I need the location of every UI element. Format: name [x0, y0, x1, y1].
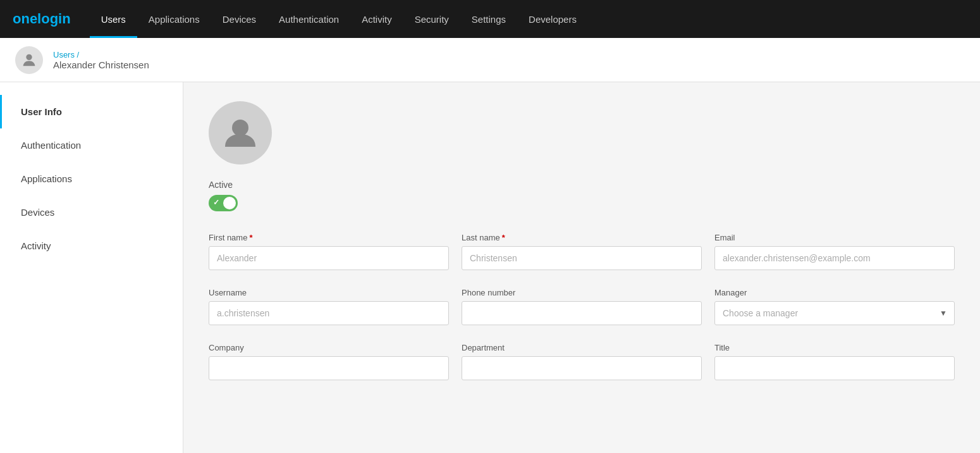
user-avatar-small: [15, 46, 43, 74]
active-toggle[interactable]: ✓: [209, 195, 238, 211]
department-group: Department: [462, 343, 702, 380]
username-group: Username: [209, 288, 449, 325]
breadcrumb-current-user: Alexander Christensen: [53, 59, 149, 70]
content-area: Active ✓ First name* Last name*: [183, 82, 980, 453]
breadcrumb: Users / Alexander Christensen: [53, 50, 149, 70]
last-name-group: Last name*: [462, 233, 702, 270]
top-navigation: onelogin Users Applications Devices Auth…: [0, 0, 980, 38]
form-row-2: Username Phone number Manager Choose a m…: [209, 288, 955, 325]
sidebar: User Info Authentication Applications De…: [0, 82, 183, 453]
email-group: Email: [714, 233, 955, 270]
phone-group: Phone number: [462, 288, 702, 325]
company-group: Company: [209, 343, 449, 380]
company-input[interactable]: [209, 356, 449, 380]
form-row-3: Company Department Title: [209, 343, 955, 380]
sidebar-item-devices[interactable]: Devices: [0, 195, 183, 229]
first-name-group: First name*: [209, 233, 449, 270]
nav-item-authentication[interactable]: Authentication: [267, 0, 350, 38]
manager-label: Manager: [714, 288, 955, 297]
nav-item-users[interactable]: Users: [90, 0, 137, 38]
title-label: Title: [714, 343, 955, 352]
nav-item-applications[interactable]: Applications: [137, 0, 211, 38]
svg-point-1: [232, 120, 248, 136]
email-input[interactable]: [714, 246, 955, 270]
first-name-input[interactable]: [209, 246, 449, 270]
phone-input[interactable]: [462, 301, 702, 325]
manager-select[interactable]: Choose a manager: [714, 301, 955, 325]
last-name-required: *: [502, 233, 505, 242]
active-toggle-section: Active ✓: [209, 180, 955, 214]
sidebar-item-authentication[interactable]: Authentication: [0, 128, 183, 162]
svg-point-0: [26, 54, 32, 59]
email-label: Email: [714, 233, 955, 242]
main-layout: User Info Authentication Applications De…: [0, 82, 980, 453]
nav-item-developers[interactable]: Developers: [517, 0, 588, 38]
nav-item-devices[interactable]: Devices: [211, 0, 267, 38]
page-header: Users / Alexander Christensen: [0, 38, 980, 82]
nav-item-settings[interactable]: Settings: [460, 0, 517, 38]
manager-select-wrapper: Choose a manager ▼: [714, 301, 955, 325]
user-avatar-large: [209, 101, 272, 164]
sidebar-item-activity[interactable]: Activity: [0, 229, 183, 263]
last-name-label: Last name*: [462, 233, 702, 242]
phone-label: Phone number: [462, 288, 702, 297]
nav-item-security[interactable]: Security: [403, 0, 460, 38]
company-label: Company: [209, 343, 449, 352]
first-name-required: *: [249, 233, 252, 242]
logo[interactable]: onelogin: [13, 11, 71, 27]
username-label: Username: [209, 288, 449, 297]
title-group: Title: [714, 343, 955, 380]
last-name-input[interactable]: [462, 246, 702, 270]
username-input[interactable]: [209, 301, 449, 325]
nav-items: Users Applications Devices Authenticatio…: [90, 0, 588, 38]
sidebar-item-applications[interactable]: Applications: [0, 162, 183, 195]
form-row-1: First name* Last name* Email: [209, 233, 955, 270]
logo-text: onelogin: [13, 11, 71, 27]
department-label: Department: [462, 343, 702, 352]
active-field-label: Active: [209, 180, 955, 190]
sidebar-item-user-info[interactable]: User Info: [0, 95, 183, 128]
first-name-label: First name*: [209, 233, 449, 242]
department-input[interactable]: [462, 356, 702, 380]
title-input[interactable]: [714, 356, 955, 380]
nav-item-activity[interactable]: Activity: [350, 0, 403, 38]
manager-group: Manager Choose a manager ▼: [714, 288, 955, 325]
breadcrumb-users-link[interactable]: Users /: [53, 50, 79, 59]
toggle-check-icon: ✓: [213, 198, 219, 207]
toggle-thumb: [223, 197, 236, 209]
